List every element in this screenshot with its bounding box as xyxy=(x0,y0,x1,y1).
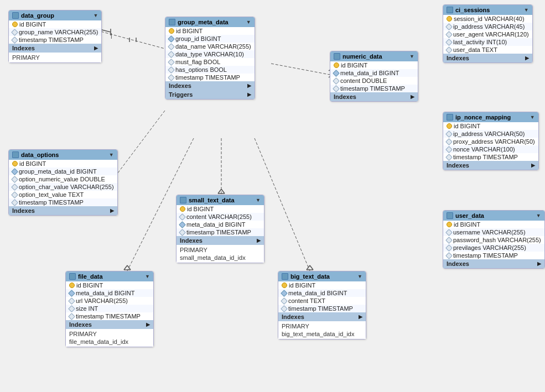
field-icon xyxy=(11,191,18,198)
field-row: content DOUBLE xyxy=(330,77,418,85)
table-icon-numeric_data xyxy=(334,53,340,60)
table-file_data[interactable]: file_data▼id BIGINTmeta_data_id BIGINTur… xyxy=(65,271,154,347)
table-header-ip_nonce_mapping[interactable]: ip_nonce_mapping▼ xyxy=(443,112,538,122)
indexes-section-header[interactable]: Indexes▶ xyxy=(443,161,538,170)
table-ip_nonce_mapping[interactable]: ip_nonce_mapping▼id BIGINTip_address VAR… xyxy=(443,112,539,170)
table-name-numeric_data: numeric_data xyxy=(342,53,382,60)
field-text: ip_address VARCHAR(50) xyxy=(453,130,525,137)
chevron-down-icon[interactable]: ▼ xyxy=(357,274,362,279)
table-data_group[interactable]: data_group▼id BIGINTgroup_name VARCHAR(2… xyxy=(8,10,102,63)
indexes-section-header[interactable]: Indexes▶ xyxy=(66,320,153,329)
field-text: previlages VARCHAR(255) xyxy=(453,244,526,251)
indexes-arrow-icon[interactable]: ▶ xyxy=(247,83,251,88)
field-text: data_type VARCHAR(10) xyxy=(175,51,244,58)
field-icon xyxy=(445,130,453,138)
field-icon xyxy=(445,31,453,38)
indexes-section-header[interactable]: Indexes▶ xyxy=(330,92,418,101)
table-header-file_data[interactable]: file_data▼ xyxy=(66,271,153,281)
indexes-arrow-icon[interactable]: ▶ xyxy=(411,94,414,100)
field-icon xyxy=(445,244,453,252)
table-body-big_text_data: id BIGINTmeta_data_id BIGINTcontent TEXT… xyxy=(278,281,366,312)
triggers-label: Triggers xyxy=(169,91,193,98)
table-name-user_data: user_data xyxy=(455,212,484,219)
field-text: meta_data_id BIGINT xyxy=(340,70,399,76)
field-text: id BIGINT xyxy=(289,282,315,289)
table-user_data[interactable]: user_data▼id BIGINTusername VARCHAR(255)… xyxy=(443,210,545,269)
indexes-arrow-icon[interactable]: ▶ xyxy=(531,163,535,168)
table-name-group_meta_data: group_meta_data xyxy=(178,19,229,25)
field-icon xyxy=(168,66,175,74)
table-big_text_data[interactable]: big_text_data▼id BIGINTmeta_data_id BIGI… xyxy=(278,271,366,339)
triggers-arrow-icon[interactable]: ▶ xyxy=(247,92,251,97)
field-icon xyxy=(11,29,18,36)
chevron-down-icon[interactable]: ▼ xyxy=(524,7,529,13)
table-header-numeric_data[interactable]: numeric_data▼ xyxy=(330,51,418,61)
field-row: option_text_value TEXT xyxy=(9,191,117,198)
field-row: id BIGINT xyxy=(9,160,117,168)
field-icon xyxy=(11,176,18,183)
table-icon-ip_nonce_mapping xyxy=(447,114,453,121)
diagram-canvas: | xyxy=(0,0,545,392)
table-header-group_meta_data[interactable]: group_meta_data▼ xyxy=(165,17,255,27)
field-row: id BIGINT xyxy=(443,122,538,130)
field-row: id BIGINT xyxy=(9,20,101,28)
indexes-arrow-icon[interactable]: ▶ xyxy=(94,45,98,51)
indexes-section-header[interactable]: Indexes▶ xyxy=(177,236,264,245)
table-icon-big_text_data xyxy=(282,273,288,280)
indexes-section-header[interactable]: Indexes▶ xyxy=(443,54,532,62)
table-icon-file_data xyxy=(69,273,76,280)
index-item: file_meta_data_id_idx xyxy=(69,338,150,346)
chevron-down-icon[interactable]: ▼ xyxy=(109,152,114,158)
field-row: group_meta_data_id BIGINT xyxy=(9,168,117,175)
indexes-arrow-icon[interactable]: ▶ xyxy=(110,208,114,213)
table-small_text_data[interactable]: small_text_data▼id BIGINTcontent VARCHAR… xyxy=(176,195,264,263)
table-header-ci_sessions[interactable]: ci_sessions▼ xyxy=(443,5,532,15)
table-group_meta_data[interactable]: group_meta_data▼id BIGINTgroup_id BIGINT… xyxy=(165,17,255,100)
index-item: PRIMARY xyxy=(180,246,261,254)
indexes-arrow-icon[interactable]: ▶ xyxy=(525,55,529,61)
table-header-big_text_data[interactable]: big_text_data▼ xyxy=(278,271,366,281)
field-row: timestamp TIMESTAMP xyxy=(165,74,255,81)
indexes-section-header[interactable]: Indexes▶ xyxy=(278,312,366,321)
indexes-section-header[interactable]: Indexes▶ xyxy=(165,81,255,90)
field-row: id BIGINT xyxy=(443,221,544,228)
chevron-down-icon[interactable]: ▼ xyxy=(145,274,150,279)
field-icon xyxy=(168,74,175,81)
field-text: timestamp TIMESTAMP xyxy=(76,313,141,320)
indexes-section-header[interactable]: Indexes▶ xyxy=(9,44,101,53)
indexes-section-header[interactable]: Indexes▶ xyxy=(9,206,117,215)
table-header-data_group[interactable]: data_group▼ xyxy=(9,11,101,20)
svg-line-17 xyxy=(310,265,313,270)
field-icon xyxy=(179,229,186,236)
table-name-data_options: data_options xyxy=(21,151,59,158)
field-row: must_flag BOOL xyxy=(165,58,255,66)
chevron-down-icon[interactable]: ▼ xyxy=(94,13,98,18)
chevron-down-icon[interactable]: ▼ xyxy=(246,19,251,25)
pk-icon xyxy=(169,28,174,34)
table-body-numeric_data: id BIGINTmeta_data_id BIGINTcontent DOUB… xyxy=(330,61,418,92)
table-data_options[interactable]: data_options▼id BIGINTgroup_meta_data_id… xyxy=(8,149,118,216)
indexes-arrow-icon[interactable]: ▶ xyxy=(537,261,541,266)
field-text: last_activity INT(10) xyxy=(453,39,507,45)
field-row: session_id VARCHAR(40) xyxy=(443,15,532,23)
indexes-section-header[interactable]: Indexes▶ xyxy=(443,259,544,268)
field-text: must_flag BOOL xyxy=(175,59,220,65)
field-row: group_name VARCHAR(255) xyxy=(9,28,101,36)
indexes-arrow-icon[interactable]: ▶ xyxy=(359,314,362,320)
chevron-down-icon[interactable]: ▼ xyxy=(256,197,261,203)
table-header-small_text_data[interactable]: small_text_data▼ xyxy=(177,195,264,205)
table-header-user_data[interactable]: user_data▼ xyxy=(443,211,544,221)
chevron-down-icon[interactable]: ▼ xyxy=(530,114,535,120)
table-body-ci_sessions: session_id VARCHAR(40)ip_address VARCHAR… xyxy=(443,15,532,54)
field-row: id BIGINT xyxy=(330,61,418,69)
chevron-down-icon[interactable]: ▼ xyxy=(409,54,414,59)
table-numeric_data[interactable]: numeric_data▼id BIGINTmeta_data_id BIGIN… xyxy=(330,51,418,102)
chevron-down-icon[interactable]: ▼ xyxy=(536,213,541,218)
table-body-user_data: id BIGINTusername VARCHAR(255)password_h… xyxy=(443,221,544,259)
triggers-section-header[interactable]: Triggers▶ xyxy=(165,90,255,99)
indexes-arrow-icon[interactable]: ▶ xyxy=(146,322,150,327)
field-row: id BIGINT xyxy=(165,27,255,35)
table-ci_sessions[interactable]: ci_sessions▼session_id VARCHAR(40)ip_add… xyxy=(443,4,533,63)
table-header-data_options[interactable]: data_options▼ xyxy=(9,150,117,160)
indexes-arrow-icon[interactable]: ▶ xyxy=(257,238,261,243)
